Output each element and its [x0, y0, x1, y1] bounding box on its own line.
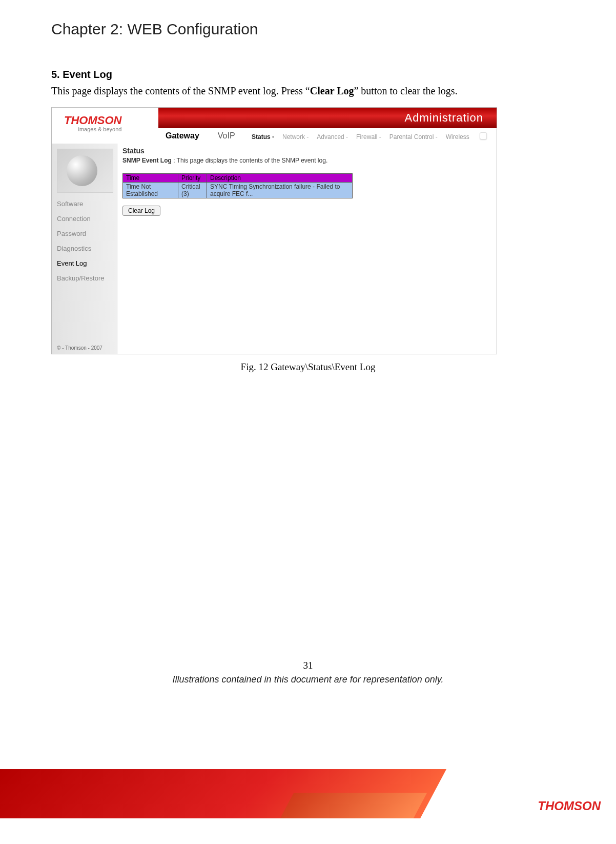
- chapter-title: Chapter 2: WEB Configuration: [51, 21, 565, 38]
- status-title: Status: [122, 147, 489, 155]
- sidebar-copyright: © - Thomson - 2007: [57, 345, 117, 354]
- sub-nav: Status - Network - Advanced - Firewall -…: [252, 133, 469, 140]
- body-text-bold: Clear Log: [310, 85, 354, 96]
- logo-block: THOMSON images & beyond: [64, 114, 121, 132]
- subnav-more-icon[interactable]: [480, 132, 487, 139]
- primary-tabs: Gateway VoIP: [163, 128, 237, 144]
- subnav-firewall[interactable]: Firewall -: [356, 133, 381, 140]
- section-heading: 5. Event Log: [51, 69, 565, 81]
- tab-gateway[interactable]: Gateway: [163, 128, 201, 144]
- th-priority: Priority: [178, 174, 207, 183]
- status-line: SNMP Event Log : This page displays the …: [122, 157, 489, 164]
- avatar-image: [57, 149, 113, 193]
- content-sep: :: [172, 157, 177, 164]
- document-page: Chapter 2: WEB Configuration 5. Event Lo…: [0, 0, 616, 769]
- subnav-status[interactable]: Status -: [252, 133, 274, 140]
- banner-title: Administration: [158, 108, 497, 128]
- subnav-wireless[interactable]: Wireless: [446, 133, 469, 140]
- page-number: 31: [51, 660, 565, 671]
- subnav-parental[interactable]: Parental Control -: [389, 133, 438, 140]
- footer-band: THOMSON: [0, 769, 616, 818]
- th-time: Time: [123, 174, 178, 183]
- tab-voip[interactable]: VoIP: [216, 128, 237, 144]
- sidebar-item-software[interactable]: Software: [57, 200, 117, 208]
- table-header-row: Time Priority Description: [123, 174, 353, 183]
- sidebar-item-connection[interactable]: Connection: [57, 215, 117, 223]
- sidebar-item-backup[interactable]: Backup/Restore: [57, 274, 117, 282]
- body-text-pre: This page displays the contents of the S…: [51, 85, 310, 96]
- th-description: Description: [207, 174, 353, 183]
- sidebar: Software Connection Password Diagnostics…: [52, 144, 117, 354]
- content-label: SNMP Event Log: [122, 157, 172, 164]
- screenshot-header: THOMSON images & beyond Administration G…: [52, 108, 497, 144]
- td-time: Time Not Established: [123, 183, 178, 198]
- body-text-post: ” button to clear the logs.: [354, 85, 457, 96]
- subnav-advanced[interactable]: Advanced -: [317, 133, 348, 140]
- footer-poly-accent: [280, 793, 427, 818]
- event-log-table: Time Priority Description Time Not Estab…: [122, 173, 353, 198]
- table-row: Time Not Established Critical (3) SYNC T…: [123, 183, 353, 198]
- subnav-network[interactable]: Network -: [282, 133, 309, 140]
- content-desc: This page displays the contents of the S…: [177, 157, 328, 164]
- sidebar-item-password[interactable]: Password: [57, 230, 117, 237]
- representation-note: Illustrations contained in this document…: [51, 674, 565, 685]
- sidebar-item-diagnostics[interactable]: Diagnostics: [57, 245, 117, 252]
- figure-caption: Fig. 12 Gateway\Status\Event Log: [51, 361, 565, 373]
- td-priority: Critical (3): [178, 183, 207, 198]
- footer-logo: THOMSON: [538, 799, 601, 813]
- logo-text: THOMSON: [64, 114, 121, 127]
- td-description: SYNC Timing Synchronization failure - Fa…: [207, 183, 353, 198]
- clear-log-button[interactable]: Clear Log: [122, 206, 160, 216]
- body-text: This page displays the contents of the S…: [51, 84, 565, 98]
- sidebar-item-event-log[interactable]: Event Log: [57, 259, 117, 267]
- main-panel: Status SNMP Event Log : This page displa…: [117, 144, 497, 354]
- screenshot-frame: THOMSON images & beyond Administration G…: [51, 107, 497, 354]
